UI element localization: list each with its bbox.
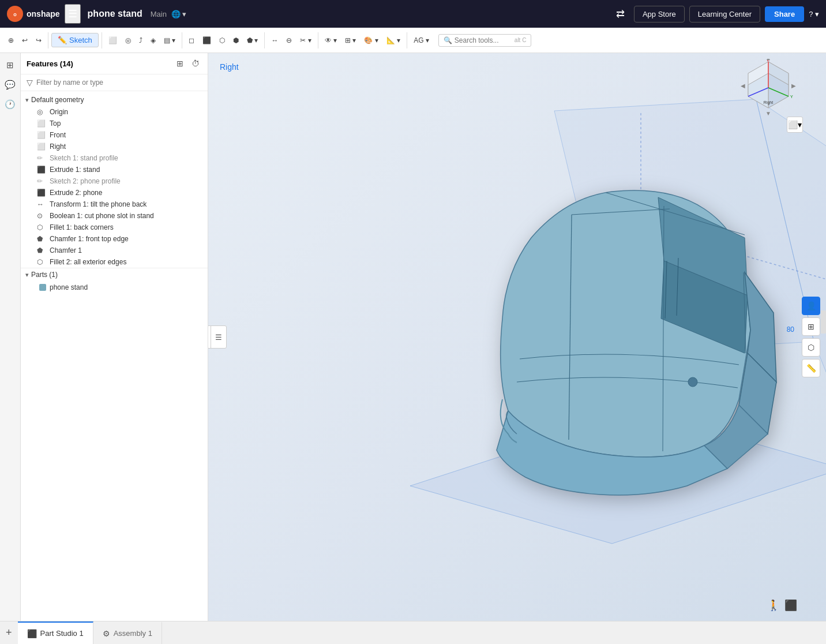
part-item-phone-stand[interactable]: phone stand bbox=[21, 281, 208, 294]
tab-part-studio[interactable]: ⬛ Part Studio 1 bbox=[18, 621, 93, 644]
sketch-icon-2: ✏ bbox=[37, 177, 46, 185]
chamfer-icon-2: ⬟ bbox=[37, 246, 46, 254]
feature-tree-sidebar: Features (14) ⊞ ⏱ ▽ ▾ Default geometry ◎… bbox=[21, 53, 208, 621]
search-tools-container: 🔍 alt C bbox=[438, 34, 532, 47]
tb-display-dropdown[interactable]: 👁 ▾ bbox=[321, 34, 340, 47]
logo: o onshape bbox=[7, 6, 60, 22]
svg-text:▼: ▼ bbox=[765, 110, 771, 117]
fillet-icon-1: ⬡ bbox=[37, 223, 46, 231]
lt-comment-button[interactable]: 💬 bbox=[2, 77, 18, 92]
tb-loft-button[interactable]: ◈ bbox=[147, 34, 159, 47]
tb-snap-button[interactable]: ⊕ bbox=[5, 34, 17, 47]
rt-wireframe-button[interactable]: ⬡ bbox=[802, 338, 820, 357]
share-button[interactable]: Share bbox=[765, 6, 804, 22]
sketch-button[interactable]: ✏️ Sketch bbox=[51, 33, 99, 47]
vp-person-button[interactable]: 🚶 bbox=[767, 599, 780, 612]
toolbar-separator-3 bbox=[182, 32, 182, 48]
tb-boolean-button[interactable]: ⊖ bbox=[283, 34, 295, 47]
learning-center-button[interactable]: Learning Center bbox=[689, 6, 760, 23]
extrude2-label: Extrude 2: phone bbox=[50, 189, 102, 197]
rt-user-button[interactable]: 👤 bbox=[802, 297, 820, 315]
toolbar: ⊕ ↩ ↪ ✏️ Sketch ⬜ ◎ ⤴ ◈ ▤ ▾ ◻ ⬛ ⬡ ⬢ ⬟ ▾ … bbox=[0, 28, 826, 53]
tb-transform-button[interactable]: ↔ bbox=[268, 34, 281, 47]
feature-item-boolean1[interactable]: ⊙ Boolean 1: cut phone slot in stand bbox=[21, 210, 208, 222]
feature-item-right[interactable]: ⬜ Right bbox=[21, 141, 208, 152]
app-store-button[interactable]: App Store bbox=[634, 6, 685, 23]
feature-item-chamfer2[interactable]: ⬟ Chamfer 1 bbox=[21, 245, 208, 256]
sidebar-clock-button[interactable]: ⏱ bbox=[189, 58, 202, 69]
feature-item-origin[interactable]: ◎ Origin bbox=[21, 106, 208, 118]
feature-item-fillet2[interactable]: ⬡ Fillet 2: all exterior edges bbox=[21, 256, 208, 268]
tb-split-dropdown[interactable]: ✂ ▾ bbox=[296, 34, 314, 47]
globe-button[interactable]: 🌐 ▾ bbox=[171, 10, 187, 18]
feature-item-transform1[interactable]: ↔ Transform 1: tilt the phone back bbox=[21, 199, 208, 210]
tb-plane-button[interactable]: ◻ bbox=[185, 34, 198, 47]
tab-assembly-label: Assembly 1 bbox=[114, 629, 152, 638]
display-mode-button[interactable]: ⬜▾ bbox=[787, 117, 803, 133]
parts-header[interactable]: ▾ Parts (1) bbox=[21, 268, 208, 281]
viewport[interactable]: Right bbox=[208, 53, 826, 621]
extrude-icon-2: ⬛ bbox=[37, 189, 46, 197]
fillet-icon-2: ⬡ bbox=[37, 258, 46, 266]
lt-feature-button[interactable]: ⊞ bbox=[4, 58, 16, 73]
tb-measure-dropdown[interactable]: 📐 ▾ bbox=[383, 34, 404, 47]
tb-mirror-button[interactable]: ⬛ bbox=[199, 34, 215, 47]
sync-button[interactable]: ⇄ bbox=[611, 5, 629, 23]
feature-item-extrude2[interactable]: ⬛ Extrude 2: phone bbox=[21, 187, 208, 199]
feature-item-sketch2[interactable]: ✏ Sketch 2: phone profile bbox=[21, 175, 208, 187]
help-button[interactable]: ? ▾ bbox=[809, 10, 819, 18]
display-mode-icon[interactable]: ⬜▾ bbox=[787, 117, 803, 133]
tab-assembly[interactable]: ⚙ Assembly 1 bbox=[93, 621, 162, 644]
part-color-swatch bbox=[39, 284, 46, 291]
cube-svg: Z Y Right ▼ ▲ ◀ ▶ bbox=[739, 59, 797, 117]
feature-list-toggle[interactable]: ☰ bbox=[211, 325, 227, 349]
menu-button[interactable]: ☰ bbox=[65, 4, 81, 24]
default-geometry-header[interactable]: ▾ Default geometry bbox=[21, 93, 208, 106]
new-tab-button[interactable]: + bbox=[0, 621, 18, 644]
feature-item-sketch1[interactable]: ✏ Sketch 1: stand profile bbox=[21, 152, 208, 164]
search-input[interactable] bbox=[455, 36, 512, 44]
tb-chamfer-dropdown[interactable]: ⬟ ▾ bbox=[243, 34, 261, 47]
sketch-icon-1: ✏ bbox=[37, 154, 46, 162]
top-nav: o onshape ☰ phone stand Main 🌐 ▾ ⇄ App S… bbox=[0, 0, 826, 28]
tb-extrude-dropdown[interactable]: ▤ ▾ bbox=[160, 34, 179, 47]
feature-item-extrude1[interactable]: ⬛ Extrude 1: stand bbox=[21, 164, 208, 175]
boolean-icon: ⊙ bbox=[37, 212, 46, 220]
toolbar-separator-4 bbox=[264, 32, 265, 48]
search-icon: 🔍 bbox=[444, 36, 452, 44]
tb-undo-button[interactable]: ↩ bbox=[18, 34, 31, 47]
sidebar-expand-button[interactable]: ⊞ bbox=[174, 58, 186, 69]
list-icon[interactable]: ☰ bbox=[211, 325, 227, 349]
tb-fillet-button[interactable]: ⬢ bbox=[230, 34, 242, 47]
tb-redo-button[interactable]: ↪ bbox=[32, 34, 45, 47]
feature-item-top[interactable]: ⬜ Top bbox=[21, 118, 208, 129]
tb-section-dropdown[interactable]: ⊞ ▾ bbox=[341, 34, 359, 47]
filter-input[interactable] bbox=[36, 78, 202, 87]
lt-history-button[interactable]: 🕐 bbox=[2, 97, 18, 112]
rt-measure-button[interactable]: 📏 bbox=[802, 359, 820, 377]
transform1-label: Transform 1: tilt the phone back bbox=[50, 200, 147, 208]
parts-title: Parts (1) bbox=[31, 271, 58, 279]
vp-box-button[interactable]: ⬛ bbox=[784, 599, 797, 612]
toolbar-separator-1 bbox=[48, 32, 48, 48]
tb-shell-button[interactable]: ⬡ bbox=[216, 34, 228, 47]
tb-part-button[interactable]: ⬜ bbox=[105, 34, 121, 47]
tb-part-color-dropdown[interactable]: 🎨 ▾ bbox=[361, 34, 381, 47]
branch-label: Main bbox=[151, 10, 167, 18]
tb-user-button[interactable]: AG ▾ bbox=[410, 34, 433, 47]
feature-item-front[interactable]: ⬜ Front bbox=[21, 129, 208, 141]
chamfer2-label: Chamfer 1 bbox=[50, 246, 82, 254]
sketch1-label: Sketch 1: stand profile bbox=[50, 154, 118, 162]
right-label: Right bbox=[50, 143, 66, 151]
front-label: Front bbox=[50, 131, 66, 139]
extrude-icon-1: ⬛ bbox=[37, 166, 46, 174]
tb-revolve-button[interactable]: ◎ bbox=[122, 34, 134, 47]
chamfer-icon-1: ⬟ bbox=[37, 235, 46, 243]
feature-item-fillet1[interactable]: ⬡ Fillet 1: back corners bbox=[21, 222, 208, 233]
rt-grid-button[interactable]: ⊞ bbox=[802, 317, 820, 336]
plane-icon-top: ⬜ bbox=[37, 119, 46, 128]
svg-text:▲: ▲ bbox=[765, 59, 771, 61]
feature-item-chamfer1[interactable]: ⬟ Chamfer 1: front top edge bbox=[21, 233, 208, 245]
boolean1-label: Boolean 1: cut phone slot in stand bbox=[50, 212, 154, 220]
tb-sweep-button[interactable]: ⤴ bbox=[136, 34, 146, 47]
